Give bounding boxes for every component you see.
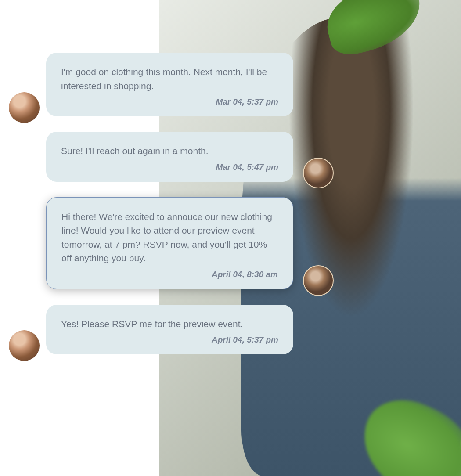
customer-avatar (9, 92, 40, 123)
message-group-3: Hi there! We're excited to annouce our n… (4, 197, 321, 289)
message-text: Hi there! We're excited to annouce our n… (61, 210, 278, 265)
chat-conversation: I'm good on clothing this month. Next mo… (4, 53, 321, 370)
message-group-2: Sure! I'll reach out again in a month. M… (4, 132, 321, 182)
message-bubble-highlighted: Hi there! We're excited to annouce our n… (46, 197, 293, 289)
message-group-4: Yes! Please RSVP me for the preview even… (4, 305, 321, 355)
customer-avatar (9, 330, 40, 361)
message-timestamp: Mar 04, 5:47 pm (61, 162, 278, 172)
message-text: Sure! I'll reach out again in a month. (61, 144, 278, 158)
agent-avatar (303, 265, 334, 296)
message-bubble: Yes! Please RSVP me for the preview even… (46, 305, 293, 355)
message-timestamp: Mar 04, 5:37 pm (61, 97, 278, 107)
message-text: Yes! Please RSVP me for the preview even… (61, 317, 278, 331)
agent-avatar (303, 158, 334, 188)
message-timestamp: April 04, 5:37 pm (61, 335, 278, 345)
message-timestamp: April 04, 8:30 am (61, 270, 278, 279)
message-bubble: I'm good on clothing this month. Next mo… (46, 53, 293, 116)
message-bubble: Sure! I'll reach out again in a month. M… (46, 132, 293, 182)
message-group-1: I'm good on clothing this month. Next mo… (4, 53, 321, 116)
message-text: I'm good on clothing this month. Next mo… (61, 65, 278, 93)
